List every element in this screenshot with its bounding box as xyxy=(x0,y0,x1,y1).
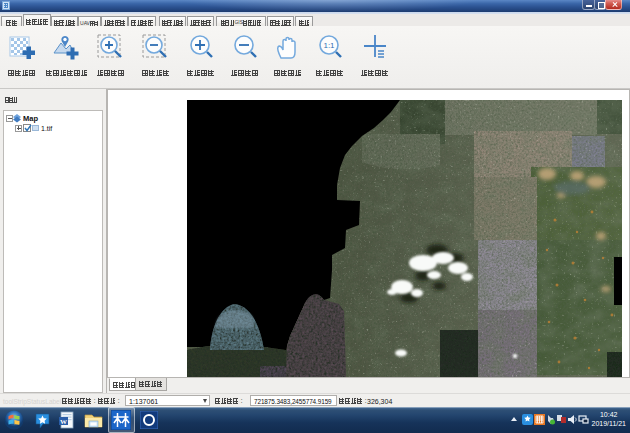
svg-text:1:1: 1:1 xyxy=(323,41,335,50)
svg-text:W: W xyxy=(60,418,67,426)
